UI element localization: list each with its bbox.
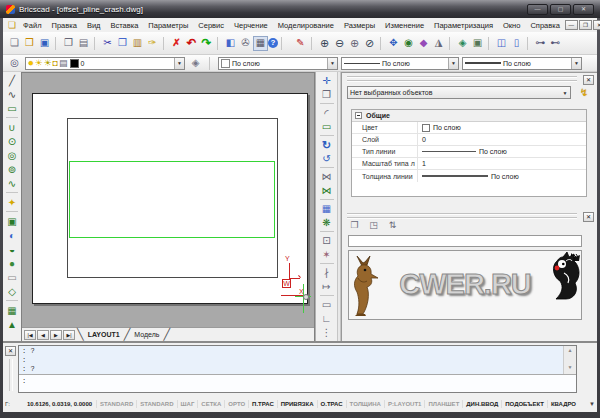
separator[interactable] [311, 37, 314, 50]
mirror-icon[interactable]: ⋈ [320, 170, 334, 184]
trim-icon[interactable]: ∤ [320, 266, 334, 280]
extend-icon[interactable]: ↦ [320, 280, 334, 294]
explode-icon[interactable]: ✶ [320, 248, 334, 262]
spline-tool-icon[interactable]: ∿ [5, 177, 19, 191]
boundary-tool-icon[interactable]: ▭ [5, 271, 19, 285]
О.ТРАС[interactable]: О.ТРАС [317, 400, 346, 408]
separator[interactable] [320, 263, 334, 265]
chevron-down-icon[interactable]: ▼ [448, 58, 458, 69]
wedge-tool-icon[interactable]: ◒ [5, 243, 19, 257]
ellipse-tool-icon[interactable]: ⊚ [5, 163, 19, 177]
layers-manager-icon[interactable]: ◈ [188, 56, 203, 71]
mdi-restore-button[interactable]: ❐ [579, 20, 592, 30]
menu-item[interactable]: Файл [18, 21, 46, 30]
polygon-tool-icon[interactable]: ◇ [5, 285, 19, 299]
last-layout-button[interactable]: ▶| [63, 330, 75, 340]
mirror-3d-icon[interactable]: ⋈ [320, 184, 334, 198]
chevron-down-icon[interactable]: ▼ [571, 58, 581, 69]
property-row-linetype[interactable]: Тип линии По слою [352, 146, 586, 158]
command-input[interactable]: : [19, 375, 576, 392]
STANDARD[interactable]: STANDARD [136, 400, 176, 408]
separator[interactable] [488, 37, 491, 50]
lineweight-combo[interactable]: По слою ▼ [462, 57, 582, 70]
redo-icon[interactable]: ↷ [199, 36, 214, 51]
separator[interactable] [380, 37, 383, 50]
rotate-ref-icon[interactable]: ↺ [320, 152, 334, 166]
color-combo[interactable]: По слою ▼ [218, 57, 338, 70]
separator[interactable] [320, 295, 334, 297]
table-tool-icon[interactable]: ▦ [5, 304, 19, 318]
ОРТО[interactable]: ОРТО [224, 400, 248, 408]
command-grip[interactable] [9, 359, 13, 391]
title-bar[interactable]: Bricscad - [offset_pline_crash.dwg] —▢✕ [0, 0, 600, 18]
menu-item[interactable]: Сервис [193, 21, 229, 30]
menu-item[interactable]: Черчение [229, 21, 273, 30]
help-icon[interactable]: ? [268, 38, 278, 48]
panel-grip[interactable] [347, 76, 577, 78]
menu-item[interactable]: Параметризация [429, 21, 498, 30]
zoom-window-icon[interactable]: ⊕ [347, 36, 362, 51]
print-preview-icon[interactable]: ❐ [61, 36, 76, 51]
link-icon[interactable]: ⊶ [533, 36, 548, 51]
scroll-down-icon[interactable]: ▼ [568, 364, 571, 373]
separator[interactable] [6, 300, 18, 303]
ПЛАНШЕТ[interactable]: ПЛАНШЕТ [424, 400, 462, 408]
pan-icon[interactable]: ✥ [386, 36, 401, 51]
П.ТРАС[interactable]: П.ТРАС [248, 400, 277, 408]
separator[interactable] [94, 37, 97, 50]
menu-item[interactable]: Справка [525, 21, 564, 30]
property-row-layer[interactable]: Слой 0 [352, 134, 586, 146]
mdi-close-button[interactable]: ✕ [593, 20, 600, 30]
stretch-icon[interactable]: ▭ [320, 298, 334, 312]
sphere-tool-icon[interactable]: ◐ [5, 229, 19, 243]
structure-close-button[interactable]: ✕ [583, 212, 594, 222]
separator[interactable] [6, 211, 18, 214]
more-icon[interactable]: ⋮ [320, 326, 334, 340]
minimize-button[interactable]: — [527, 4, 548, 15]
separator[interactable] [6, 192, 18, 195]
structure-sort-icon[interactable]: ⇅ [386, 219, 399, 231]
chevron-down-icon[interactable]: ▼ [560, 87, 570, 98]
copy-icon[interactable]: ❐ [115, 36, 130, 51]
tab-layout1[interactable]: LAYOUT1 [86, 331, 122, 338]
layer-freeze-icon[interactable]: ☀ [34, 59, 42, 68]
close-button[interactable]: ✕ [573, 4, 594, 15]
copy-object-icon[interactable]: ❐ [320, 88, 334, 102]
undo-icon[interactable]: ↶ [184, 36, 199, 51]
linetype-combo[interactable]: По слою ▼ [341, 57, 459, 70]
save-icon[interactable]: ▣ [37, 36, 52, 51]
arc-tool-icon[interactable]: ∿ [5, 88, 19, 102]
separator[interactable] [320, 199, 334, 201]
separator[interactable] [320, 135, 334, 137]
menu-item[interactable]: Вставка [105, 21, 143, 30]
rotate-icon[interactable]: ↻ [320, 138, 334, 152]
separator[interactable] [6, 117, 18, 120]
collapse-icon[interactable] [355, 112, 362, 119]
open-file-icon[interactable]: ❒ [22, 36, 37, 51]
render-icon[interactable]: ◆ [416, 36, 431, 51]
shade-icon[interactable]: ◮ [431, 36, 446, 51]
color-value-swatch[interactable] [422, 124, 430, 132]
menu-item[interactable]: Окно [498, 21, 525, 30]
circle-tool-icon[interactable]: ⊙ [5, 135, 19, 149]
offset-icon[interactable]: ⊡ [320, 234, 334, 248]
property-row-ltscale[interactable]: Масштаб типа л 1 [352, 158, 586, 170]
pedit-icon[interactable]: ∟ [320, 312, 334, 326]
КВАДРО[interactable]: КВАДРО [547, 400, 579, 408]
zoom-previous-icon[interactable]: ⊘ [362, 36, 377, 51]
delete-icon[interactable]: ✗ [169, 36, 184, 51]
redline-icon[interactable]: ✎ [293, 36, 308, 51]
print-icon[interactable]: ▤ [76, 36, 91, 51]
line-tool-icon[interactable]: ╱ [5, 74, 19, 88]
tab-model[interactable]: Модель [132, 331, 161, 338]
command-close-button[interactable]: ✕ [5, 346, 16, 356]
layer-freeze-vp-icon[interactable]: ☀ [44, 59, 52, 68]
separator[interactable] [163, 37, 166, 50]
drawing-canvas[interactable]: Y W X |◀◀▶▶| ╲ LAYOUT1 ╱ Модель [21, 72, 315, 341]
polar-array-icon[interactable]: ❋ [320, 216, 334, 230]
ucs-icon[interactable]: ◈ [455, 36, 470, 51]
chamfer-icon[interactable]: ▭ [320, 120, 334, 134]
move-icon[interactable]: ✛ [320, 74, 334, 88]
cloud-tool-icon[interactable]: ● [5, 257, 19, 271]
layer-print-icon[interactable]: ▤ [59, 59, 68, 68]
